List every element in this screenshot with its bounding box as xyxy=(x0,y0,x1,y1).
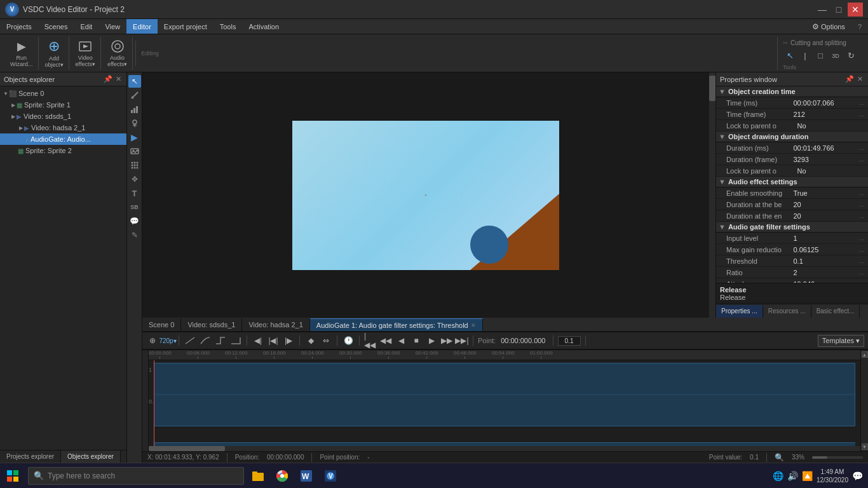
menu-edit[interactable]: Edit xyxy=(74,19,98,34)
tool-text[interactable]: T xyxy=(128,187,141,200)
audio-effects-button[interactable]: Audioeffects▾ xyxy=(102,37,133,70)
prop-max-gain[interactable]: Max gain reductio 0.06125 … xyxy=(716,244,868,255)
tab-video-hadsa[interactable]: Video: hadsa 2_1 xyxy=(242,318,309,331)
close-button[interactable]: ✕ xyxy=(848,3,863,17)
pb-align-left[interactable]: ◀| xyxy=(252,334,264,347)
system-clock[interactable]: 1:49 AM 12/30/2020 xyxy=(817,468,848,484)
menu-scenes[interactable]: Scenes xyxy=(38,19,74,34)
tool-subtitle[interactable]: SB xyxy=(128,201,141,214)
tab-properties[interactable]: Properties ... xyxy=(716,305,763,318)
menu-activation[interactable]: Activation xyxy=(242,19,285,34)
props-close-button[interactable]: ✕ xyxy=(855,75,864,84)
start-button[interactable] xyxy=(0,463,25,489)
zoom-slider[interactable] xyxy=(812,456,863,459)
pb-align-center[interactable]: |◀| xyxy=(267,334,280,347)
pb-prev[interactable]: ◀ xyxy=(395,334,407,347)
minimize-button[interactable]: — xyxy=(815,3,830,17)
tab-audiogate[interactable]: AudioGate 1: Audio gate filter settings:… xyxy=(310,318,483,331)
prop-enable-smoothing[interactable]: Enable smoothing True … xyxy=(716,187,868,199)
canvas-scroll-thumb[interactable] xyxy=(709,76,715,101)
tab-scene0[interactable]: Scene 0 xyxy=(142,318,181,331)
menu-help-icon[interactable]: ? xyxy=(851,19,868,34)
tab-resources[interactable]: Resources ... xyxy=(763,305,811,318)
add-object-button[interactable]: ⊕ Addobject▾ xyxy=(40,37,69,70)
pb-align-right[interactable]: |▶ xyxy=(282,334,295,347)
pb-clock[interactable]: 🕐 xyxy=(342,334,355,347)
pb-curve-step2[interactable] xyxy=(229,334,242,347)
taskbar-search-box[interactable]: 🔍 Type here to search xyxy=(28,467,244,485)
pb-mode[interactable]: 720p▾ xyxy=(161,334,174,347)
canvas-main[interactable] xyxy=(142,72,709,318)
tl-down-btn[interactable]: ▼ xyxy=(862,444,868,450)
prop-edit-input-level[interactable]: … xyxy=(858,234,865,242)
maximize-button[interactable]: □ xyxy=(831,3,846,17)
tool-360[interactable]: 3D xyxy=(829,49,843,63)
prop-edit-duration-ms[interactable]: … xyxy=(858,144,865,152)
tl-up-btn[interactable]: ▲ xyxy=(862,351,868,358)
tree-scene0[interactable]: ▼ ⬛ Scene 0 xyxy=(0,88,126,99)
prop-input-level[interactable]: Input level 1 … xyxy=(716,233,868,244)
network-icon[interactable]: 🌐 xyxy=(773,471,783,481)
tool-media[interactable]: ▶ xyxy=(128,131,141,144)
pb-diamond[interactable]: ◆ xyxy=(304,334,317,347)
pb-add-point[interactable]: ⊕ xyxy=(146,334,159,347)
tree-sprite1[interactable]: ▶ ▦ Sprite: Sprite 1 xyxy=(0,99,126,111)
notification-icon[interactable]: 💬 xyxy=(852,471,863,481)
panel-close-button[interactable]: ✕ xyxy=(114,75,123,84)
prop-edit-time-ms[interactable]: … xyxy=(858,99,865,107)
timeline-track-bar[interactable] xyxy=(154,363,855,426)
projects-explorer-tab[interactable]: Projects explorer xyxy=(0,451,61,463)
menu-options[interactable]: ⚙ Options xyxy=(806,19,851,34)
tool-cut[interactable]: | xyxy=(798,49,812,63)
tool-figure[interactable] xyxy=(128,117,141,130)
timeline-tracks-area[interactable]: 1 0.5 xyxy=(149,360,860,446)
properties-scroll-area[interactable]: ▼ Object creation time Time (ms) 00:00:0… xyxy=(716,86,868,283)
tool-dots[interactable] xyxy=(128,159,141,172)
pb-prev-frame[interactable]: ◀◀ xyxy=(379,334,392,347)
pb-skip-start[interactable]: |◀◀ xyxy=(364,334,377,347)
menu-projects[interactable]: Projects xyxy=(0,19,38,34)
pb-skip-end[interactable]: ▶▶| xyxy=(456,334,468,347)
chevron-up-icon[interactable]: 🔼 xyxy=(802,471,813,481)
tree-video-sdsds[interactable]: ▶ ▶ Video: sdsds_1 xyxy=(0,111,126,122)
tab-video-sdsds[interactable]: Video: sdsds_1 xyxy=(181,318,242,331)
prop-lock-parent-2[interactable]: Lock to parent o No xyxy=(716,165,868,177)
pb-curve-step[interactable] xyxy=(214,334,227,347)
pb-arrows[interactable]: ⇔ xyxy=(320,334,332,347)
pb-curve-linear[interactable] xyxy=(184,334,196,347)
tool-image[interactable] xyxy=(128,145,141,158)
tab-basic-effect[interactable]: Basic effect... xyxy=(811,305,860,318)
pb-stop[interactable]: ■ xyxy=(410,334,423,347)
run-wizard-button[interactable]: ▶ RunWizard... xyxy=(5,37,39,70)
tool-arrow[interactable]: ↖ xyxy=(783,49,797,63)
pb-curve-smooth[interactable] xyxy=(199,334,212,347)
prop-lock-parent-1[interactable]: Lock to parent o No xyxy=(716,120,868,132)
tree-video-hadsa[interactable]: ▶ ▶ Video: hadsa 2_1 xyxy=(0,122,126,133)
objects-explorer-tab[interactable]: Objects explorer xyxy=(61,451,121,463)
tool-chart[interactable] xyxy=(128,103,141,116)
timeline-h-thumb[interactable] xyxy=(149,446,225,451)
tool-speech[interactable]: 💬 xyxy=(128,215,141,227)
speed-input[interactable] xyxy=(558,336,581,346)
prop-edit-duration-frame[interactable]: … xyxy=(858,156,865,163)
prop-edit-duration-end[interactable]: … xyxy=(858,212,865,220)
tool-refresh[interactable]: ↻ xyxy=(844,49,858,63)
tool-pen[interactable]: ✎ xyxy=(128,229,141,241)
prop-time-frame[interactable]: Time (frame) 212 … xyxy=(716,109,868,120)
prop-attack[interactable]: Attack 19.946 … xyxy=(716,278,868,283)
prop-edit-duration-begin[interactable]: … xyxy=(858,201,865,208)
tool-draw[interactable] xyxy=(128,89,141,102)
prop-duration-frame[interactable]: Duration (frame) 3293 … xyxy=(716,154,868,165)
pb-play[interactable]: ▶ xyxy=(425,334,438,347)
tree-sprite2[interactable]: ▦ Sprite: Sprite 2 xyxy=(0,145,126,156)
tool-move[interactable]: ✥ xyxy=(128,173,141,186)
menu-export[interactable]: Export project xyxy=(158,19,214,34)
prop-edit-ratio[interactable]: … xyxy=(858,269,865,276)
panel-pin-button[interactable]: 📌 xyxy=(104,75,112,84)
taskbar-word[interactable]: W xyxy=(295,464,318,487)
taskbar-explorer[interactable] xyxy=(247,464,269,487)
tool-select[interactable]: ↖ xyxy=(128,75,141,88)
menu-view[interactable]: View xyxy=(98,19,126,34)
timeline-h-scrollbar[interactable] xyxy=(149,446,860,451)
tab-audiogate-close[interactable]: ✕ xyxy=(471,322,476,329)
